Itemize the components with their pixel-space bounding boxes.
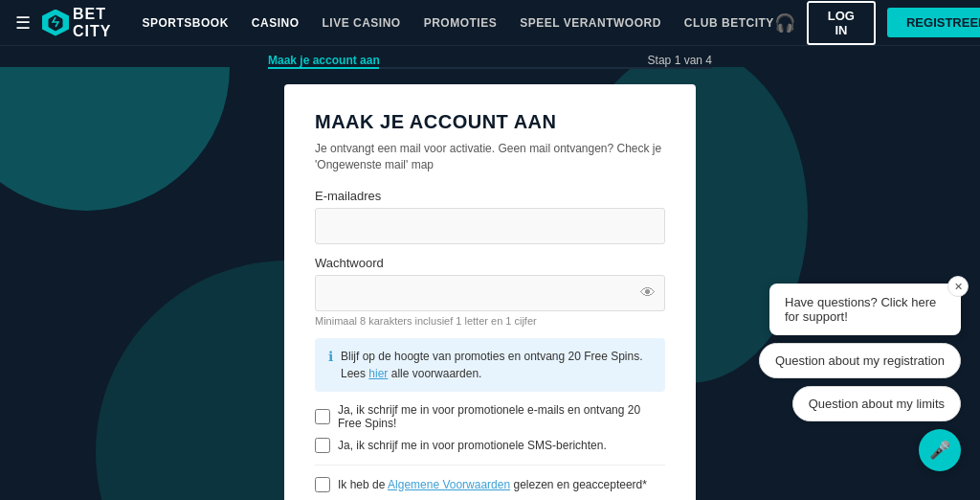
chat-support-text: Have questions? Click here for support!: [785, 295, 936, 324]
progress-step: Stap 1 van 4: [648, 54, 712, 67]
logo-text: BETCITY: [73, 6, 111, 40]
header-left: ☰ BETCITY SPORTSBOOK CASINO LIVE CASINO …: [15, 6, 774, 40]
checkbox-sms[interactable]: [315, 438, 330, 453]
divider: [315, 465, 665, 466]
register-button[interactable]: REGISTREER: [887, 8, 980, 37]
chat-mic-button[interactable]: 🎤: [919, 429, 961, 471]
toggle-password-icon[interactable]: 👁: [640, 284, 656, 302]
chat-close-button[interactable]: ✕: [947, 276, 969, 297]
password-wrapper: 👁: [315, 275, 665, 311]
chat-option-registration[interactable]: Question about my registration: [759, 343, 961, 378]
promo-link[interactable]: hier: [368, 367, 388, 380]
promo-box: ℹ Blijf op de hoogte van promoties en on…: [315, 338, 665, 392]
progress-fill: [268, 67, 379, 69]
nav-verantwoord[interactable]: SPEEL VERANTWOORD: [520, 16, 661, 30]
promo-text: Blijf op de hoogte van promoties en ontv…: [341, 348, 652, 382]
password-label: Wachtwoord: [315, 256, 665, 270]
password-hint: Minimaal 8 karakters inclusief 1 letter …: [315, 315, 665, 327]
login-button[interactable]: LOG IN: [807, 1, 876, 45]
checkbox-terms[interactable]: [315, 477, 330, 492]
logo[interactable]: BETCITY: [42, 6, 111, 40]
checkbox-email-group: Ja, ik schrijf me in voor promotionele e…: [315, 403, 665, 430]
nav-promoties[interactable]: PROMOTIES: [424, 16, 498, 30]
checkbox-sms-label: Ja, ik schrijf me in voor promotionele S…: [338, 439, 607, 452]
password-input[interactable]: [315, 275, 665, 311]
terms-label: Ik heb de Algemene Voorwaarden gelezen e…: [338, 478, 647, 491]
support-icon[interactable]: 🎧: [774, 12, 795, 34]
email-input[interactable]: [315, 208, 665, 244]
form-title: MAAK JE ACCOUNT AAN: [315, 111, 665, 133]
nav-sportsbook[interactable]: SPORTSBOOK: [142, 16, 228, 30]
nav-live-casino[interactable]: LIVE CASINO: [322, 16, 400, 30]
progress-tab-label: Maak je account aan: [268, 54, 380, 67]
chat-support-bubble: ✕ Have questions? Click here for support…: [769, 284, 961, 335]
main-header: ☰ BETCITY SPORTSBOOK CASINO LIVE CASINO …: [0, 0, 980, 46]
terms-link[interactable]: Algemene Voorwaarden: [388, 478, 510, 491]
terms-checkbox-group: Ik heb de Algemene Voorwaarden gelezen e…: [315, 477, 665, 492]
nav-club[interactable]: CLUB BETCITY: [684, 16, 774, 30]
email-label: E-mailadres: [315, 189, 665, 203]
hamburger-menu[interactable]: ☰: [15, 12, 31, 34]
main-nav: SPORTSBOOK CASINO LIVE CASINO PROMOTIES …: [142, 16, 773, 30]
password-group: Wachtwoord 👁 Minimaal 8 karakters inclus…: [315, 256, 665, 327]
form-subtitle: Je ontvangt een mail voor activatie. Gee…: [315, 141, 665, 173]
progress-line: [268, 67, 712, 69]
chat-widget: ✕ Have questions? Click here for support…: [759, 284, 961, 471]
checkbox-email-label: Ja, ik schrijf me in voor promotionele e…: [338, 403, 665, 430]
checkbox-sms-group: Ja, ik schrijf me in voor promotionele S…: [315, 438, 665, 453]
info-icon: ℹ: [328, 349, 333, 364]
header-right: 🎧 LOG IN REGISTREER: [774, 1, 980, 45]
checkbox-email[interactable]: [315, 409, 330, 424]
mic-icon: 🎤: [929, 440, 950, 461]
registration-form-card: MAAK JE ACCOUNT AAN Je ontvangt een mail…: [284, 84, 696, 500]
email-group: E-mailadres: [315, 189, 665, 244]
nav-casino[interactable]: CASINO: [252, 16, 300, 30]
chat-option-limits[interactable]: Question about my limits: [792, 386, 961, 421]
progress-area: Maak je account aan Stap 1 van 4: [0, 46, 980, 67]
logo-icon: [42, 10, 69, 36]
